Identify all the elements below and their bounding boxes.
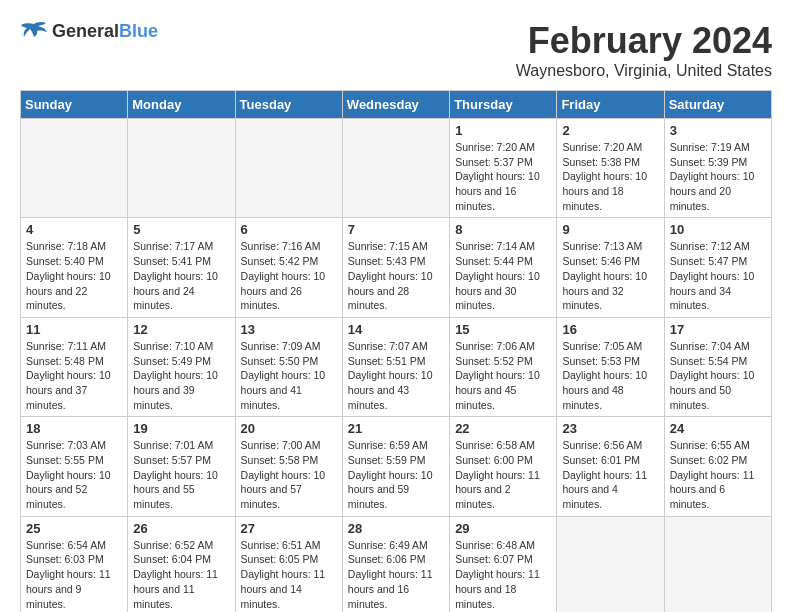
day-cell: 16Sunrise: 7:05 AMSunset: 5:53 PMDayligh… bbox=[557, 317, 664, 416]
logo: GeneralBlue bbox=[20, 20, 158, 42]
day-cell: 20Sunrise: 7:00 AMSunset: 5:58 PMDayligh… bbox=[235, 417, 342, 516]
day-info: Sunrise: 6:56 AMSunset: 6:01 PMDaylight … bbox=[562, 438, 658, 511]
day-cell: 22Sunrise: 6:58 AMSunset: 6:00 PMDayligh… bbox=[450, 417, 557, 516]
day-info: Sunrise: 7:19 AMSunset: 5:39 PMDaylight … bbox=[670, 140, 766, 213]
day-number: 10 bbox=[670, 222, 766, 237]
day-cell: 8Sunrise: 7:14 AMSunset: 5:44 PMDaylight… bbox=[450, 218, 557, 317]
calendar-table: SundayMondayTuesdayWednesdayThursdayFrid… bbox=[20, 90, 772, 612]
day-info: Sunrise: 7:05 AMSunset: 5:53 PMDaylight … bbox=[562, 339, 658, 412]
day-cell bbox=[664, 516, 771, 612]
day-info: Sunrise: 7:20 AMSunset: 5:38 PMDaylight … bbox=[562, 140, 658, 213]
day-number: 17 bbox=[670, 322, 766, 337]
day-cell: 9Sunrise: 7:13 AMSunset: 5:46 PMDaylight… bbox=[557, 218, 664, 317]
day-cell: 28Sunrise: 6:49 AMSunset: 6:06 PMDayligh… bbox=[342, 516, 449, 612]
day-number: 6 bbox=[241, 222, 337, 237]
day-number: 19 bbox=[133, 421, 229, 436]
logo-blue: Blue bbox=[119, 21, 158, 41]
day-cell: 19Sunrise: 7:01 AMSunset: 5:57 PMDayligh… bbox=[128, 417, 235, 516]
col-header-tuesday: Tuesday bbox=[235, 91, 342, 119]
day-number: 16 bbox=[562, 322, 658, 337]
day-info: Sunrise: 7:18 AMSunset: 5:40 PMDaylight … bbox=[26, 239, 122, 312]
day-info: Sunrise: 7:12 AMSunset: 5:47 PMDaylight … bbox=[670, 239, 766, 312]
col-header-sunday: Sunday bbox=[21, 91, 128, 119]
day-cell: 12Sunrise: 7:10 AMSunset: 5:49 PMDayligh… bbox=[128, 317, 235, 416]
day-info: Sunrise: 6:59 AMSunset: 5:59 PMDaylight … bbox=[348, 438, 444, 511]
day-number: 22 bbox=[455, 421, 551, 436]
day-info: Sunrise: 6:52 AMSunset: 6:04 PMDaylight … bbox=[133, 538, 229, 611]
day-info: Sunrise: 7:20 AMSunset: 5:37 PMDaylight … bbox=[455, 140, 551, 213]
day-cell: 11Sunrise: 7:11 AMSunset: 5:48 PMDayligh… bbox=[21, 317, 128, 416]
day-cell: 27Sunrise: 6:51 AMSunset: 6:05 PMDayligh… bbox=[235, 516, 342, 612]
col-header-saturday: Saturday bbox=[664, 91, 771, 119]
logo-bird-icon bbox=[20, 20, 48, 42]
day-number: 27 bbox=[241, 521, 337, 536]
header-row: SundayMondayTuesdayWednesdayThursdayFrid… bbox=[21, 91, 772, 119]
day-info: Sunrise: 6:58 AMSunset: 6:00 PMDaylight … bbox=[455, 438, 551, 511]
day-cell: 6Sunrise: 7:16 AMSunset: 5:42 PMDaylight… bbox=[235, 218, 342, 317]
day-cell bbox=[342, 119, 449, 218]
location-title: Waynesboro, Virginia, United States bbox=[516, 62, 772, 80]
day-info: Sunrise: 6:55 AMSunset: 6:02 PMDaylight … bbox=[670, 438, 766, 511]
day-info: Sunrise: 7:10 AMSunset: 5:49 PMDaylight … bbox=[133, 339, 229, 412]
day-cell: 3Sunrise: 7:19 AMSunset: 5:39 PMDaylight… bbox=[664, 119, 771, 218]
col-header-wednesday: Wednesday bbox=[342, 91, 449, 119]
day-info: Sunrise: 7:09 AMSunset: 5:50 PMDaylight … bbox=[241, 339, 337, 412]
day-info: Sunrise: 7:16 AMSunset: 5:42 PMDaylight … bbox=[241, 239, 337, 312]
day-number: 15 bbox=[455, 322, 551, 337]
day-info: Sunrise: 7:15 AMSunset: 5:43 PMDaylight … bbox=[348, 239, 444, 312]
day-cell: 14Sunrise: 7:07 AMSunset: 5:51 PMDayligh… bbox=[342, 317, 449, 416]
col-header-friday: Friday bbox=[557, 91, 664, 119]
day-number: 23 bbox=[562, 421, 658, 436]
day-cell: 4Sunrise: 7:18 AMSunset: 5:40 PMDaylight… bbox=[21, 218, 128, 317]
col-header-thursday: Thursday bbox=[450, 91, 557, 119]
col-header-monday: Monday bbox=[128, 91, 235, 119]
day-cell: 17Sunrise: 7:04 AMSunset: 5:54 PMDayligh… bbox=[664, 317, 771, 416]
day-number: 9 bbox=[562, 222, 658, 237]
day-info: Sunrise: 6:48 AMSunset: 6:07 PMDaylight … bbox=[455, 538, 551, 611]
day-number: 1 bbox=[455, 123, 551, 138]
day-number: 29 bbox=[455, 521, 551, 536]
week-row-2: 4Sunrise: 7:18 AMSunset: 5:40 PMDaylight… bbox=[21, 218, 772, 317]
day-number: 25 bbox=[26, 521, 122, 536]
day-number: 24 bbox=[670, 421, 766, 436]
day-cell: 7Sunrise: 7:15 AMSunset: 5:43 PMDaylight… bbox=[342, 218, 449, 317]
day-info: Sunrise: 7:13 AMSunset: 5:46 PMDaylight … bbox=[562, 239, 658, 312]
day-cell: 1Sunrise: 7:20 AMSunset: 5:37 PMDaylight… bbox=[450, 119, 557, 218]
header: GeneralBlue February 2024 Waynesboro, Vi… bbox=[20, 20, 772, 80]
day-info: Sunrise: 7:00 AMSunset: 5:58 PMDaylight … bbox=[241, 438, 337, 511]
day-cell: 29Sunrise: 6:48 AMSunset: 6:07 PMDayligh… bbox=[450, 516, 557, 612]
day-cell bbox=[21, 119, 128, 218]
day-number: 8 bbox=[455, 222, 551, 237]
day-cell: 18Sunrise: 7:03 AMSunset: 5:55 PMDayligh… bbox=[21, 417, 128, 516]
day-number: 11 bbox=[26, 322, 122, 337]
day-cell: 15Sunrise: 7:06 AMSunset: 5:52 PMDayligh… bbox=[450, 317, 557, 416]
day-info: Sunrise: 7:04 AMSunset: 5:54 PMDaylight … bbox=[670, 339, 766, 412]
day-number: 4 bbox=[26, 222, 122, 237]
day-info: Sunrise: 6:51 AMSunset: 6:05 PMDaylight … bbox=[241, 538, 337, 611]
day-cell bbox=[557, 516, 664, 612]
day-cell: 23Sunrise: 6:56 AMSunset: 6:01 PMDayligh… bbox=[557, 417, 664, 516]
day-cell: 24Sunrise: 6:55 AMSunset: 6:02 PMDayligh… bbox=[664, 417, 771, 516]
week-row-3: 11Sunrise: 7:11 AMSunset: 5:48 PMDayligh… bbox=[21, 317, 772, 416]
day-number: 7 bbox=[348, 222, 444, 237]
day-info: Sunrise: 7:11 AMSunset: 5:48 PMDaylight … bbox=[26, 339, 122, 412]
day-cell bbox=[235, 119, 342, 218]
day-number: 14 bbox=[348, 322, 444, 337]
day-number: 20 bbox=[241, 421, 337, 436]
day-cell: 26Sunrise: 6:52 AMSunset: 6:04 PMDayligh… bbox=[128, 516, 235, 612]
month-year-title: February 2024 bbox=[516, 20, 772, 62]
day-cell: 2Sunrise: 7:20 AMSunset: 5:38 PMDaylight… bbox=[557, 119, 664, 218]
day-info: Sunrise: 7:06 AMSunset: 5:52 PMDaylight … bbox=[455, 339, 551, 412]
day-info: Sunrise: 7:07 AMSunset: 5:51 PMDaylight … bbox=[348, 339, 444, 412]
day-cell: 25Sunrise: 6:54 AMSunset: 6:03 PMDayligh… bbox=[21, 516, 128, 612]
day-info: Sunrise: 7:03 AMSunset: 5:55 PMDaylight … bbox=[26, 438, 122, 511]
day-cell: 13Sunrise: 7:09 AMSunset: 5:50 PMDayligh… bbox=[235, 317, 342, 416]
day-number: 5 bbox=[133, 222, 229, 237]
day-number: 26 bbox=[133, 521, 229, 536]
title-area: February 2024 Waynesboro, Virginia, Unit… bbox=[516, 20, 772, 80]
day-cell: 5Sunrise: 7:17 AMSunset: 5:41 PMDaylight… bbox=[128, 218, 235, 317]
day-info: Sunrise: 7:14 AMSunset: 5:44 PMDaylight … bbox=[455, 239, 551, 312]
day-cell: 10Sunrise: 7:12 AMSunset: 5:47 PMDayligh… bbox=[664, 218, 771, 317]
day-number: 28 bbox=[348, 521, 444, 536]
day-info: Sunrise: 6:54 AMSunset: 6:03 PMDaylight … bbox=[26, 538, 122, 611]
